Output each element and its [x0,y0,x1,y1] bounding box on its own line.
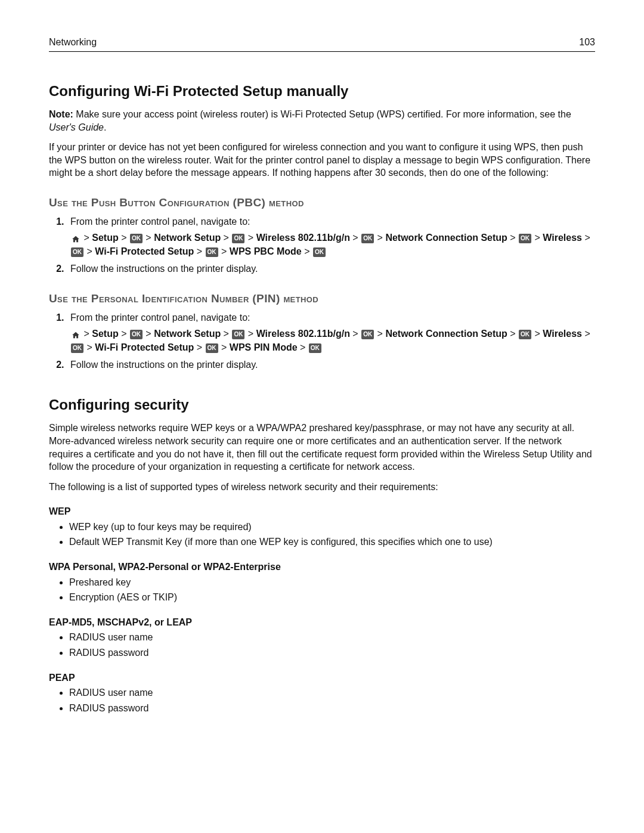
ok-button-icon: OK [519,234,531,243]
ok-button-icon: OK [309,343,321,353]
nav-wireless-std: Wireless 802.11b/g/n [256,329,350,339]
header-page-number: 103 [579,36,595,49]
ok-button-icon: OK [206,247,218,257]
ok-button-icon: OK [232,234,244,243]
pbc-nav-path: > Setup > OK > Network Setup > OK > Wire… [70,231,595,258]
ok-button-icon: OK [71,343,83,353]
ok-button-icon: OK [130,234,143,243]
pin-steps: From the printer control panel, navigate… [49,311,595,371]
pin-step2-text: Follow the instructions on the printer d… [70,360,258,370]
pbc-step1-text: From the printer control panel, navigate… [70,216,250,227]
nav-network-setup: Network Setup [154,329,221,339]
pin-nav-path: > Setup > OK > Network Setup > OK > Wire… [70,327,595,354]
nav-wifi-protected: Wi‑Fi Protected Setup [95,246,194,256]
heading-wps-manual: Configuring Wi‑Fi Protected Setup manual… [49,82,595,101]
wps-intro-paragraph: If your printer or device has not yet be… [49,141,595,179]
list-item: RADIUS user name [69,686,595,699]
list-item: Encryption (AES or TKIP) [69,591,595,604]
nav-network-setup: Network Setup [154,233,221,243]
heading-configuring-security: Configuring security [49,395,595,414]
list-item: RADIUS password [69,702,595,715]
ok-button-icon: OK [313,247,326,257]
security-following-paragraph: The following is a list of supported typ… [49,481,595,494]
nav-conn-setup: Network Connection Setup [385,329,507,339]
pin-step1-text: From the printer control panel, navigate… [70,312,250,323]
note-paragraph: Note: Make sure your access point (wirel… [49,108,595,134]
note-period: . [104,122,106,132]
nav-wireless-std: Wireless 802.11b/g/n [256,233,350,243]
home-icon [71,328,80,341]
list-item: RADIUS password [69,646,595,659]
heading-pin-method: Use the Personal Identification Number (… [49,291,595,306]
ok-button-icon: OK [130,330,143,339]
heading-wep: WEP [49,505,595,518]
pbc-step-1: From the printer control panel, navigate… [67,215,595,258]
nav-setup: Setup [92,233,118,243]
wpa-list: Preshared key Encryption (AES or TKIP) [49,576,595,604]
peap-list: RADIUS user name RADIUS password [49,686,595,714]
nav-wireless: Wireless [543,233,582,243]
pin-step-2: Follow the instructions on the printer d… [67,358,595,371]
wep-list: WEP key (up to four keys may be required… [49,521,595,549]
list-item: Default WEP Transmit Key (if more than o… [69,535,595,549]
header-section: Networking [49,36,97,49]
nav-conn-setup: Network Connection Setup [385,233,507,243]
pbc-step2-text: Follow the instructions on the printer d… [70,264,258,274]
eap-list: RADIUS user name RADIUS password [49,631,595,659]
home-icon [71,232,80,245]
ok-button-icon: OK [206,343,218,353]
note-text: Make sure your access point (wireless ro… [73,109,571,119]
ok-button-icon: OK [361,330,374,339]
ok-button-icon: OK [519,330,531,339]
ok-button-icon: OK [71,247,83,257]
pbc-step-2: Follow the instructions on the printer d… [67,262,595,275]
security-intro-paragraph: Simple wireless networks require WEP key… [49,422,595,473]
ok-button-icon: OK [361,234,374,243]
pin-step-1: From the printer control panel, navigate… [67,311,595,354]
heading-eap: EAP‑MD5, MSCHAPv2, or LEAP [49,616,595,629]
list-item: WEP key (up to four keys may be required… [69,521,595,534]
nav-mode: WPS PBC Mode [230,246,302,256]
list-item: RADIUS user name [69,631,595,644]
nav-wifi-protected: Wi‑Fi Protected Setup [95,342,194,352]
heading-peap: PEAP [49,671,595,685]
nav-setup: Setup [92,329,118,339]
nav-mode: WPS PIN Mode [230,342,298,352]
heading-pbc-method: Use the Push Button Configuration (PBC) … [49,195,595,210]
note-guide-ref: User's Guide [49,122,104,132]
heading-wpa: WPA Personal, WPA2‑Personal or WPA2‑Ente… [49,561,595,574]
page-header: Networking 103 [49,36,595,52]
nav-wireless: Wireless [543,329,582,339]
list-item: Preshared key [69,576,595,589]
ok-button-icon: OK [232,330,244,339]
note-label: Note: [49,109,73,119]
pbc-steps: From the printer control panel, navigate… [49,215,595,275]
